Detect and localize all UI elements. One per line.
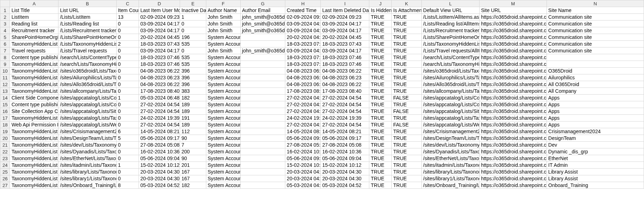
cell[interactable]: 167	[180, 175, 206, 182]
cell[interactable]: TRUE	[392, 169, 421, 175]
cell[interactable]	[240, 54, 285, 61]
cell[interactable]: https://o365droid.sharepoint.com	[480, 74, 547, 81]
cell[interactable]: 24-02-2024 19:39	[321, 115, 369, 121]
cell[interactable]: /sites/allcompany/Lists/TaxonomyHiddenLi…	[58, 88, 116, 95]
cell[interactable]: System Account	[206, 81, 240, 88]
cell[interactable]: 15-02-2024 10:12	[321, 162, 369, 169]
cell[interactable]: Recruitment tracker	[10, 27, 58, 34]
cell[interactable]: TRUE	[392, 54, 421, 61]
cell[interactable]: 04-08-2023 06:22	[285, 81, 321, 88]
cell[interactable]: Is Attachment Enabled	[392, 7, 421, 14]
cell[interactable]: TRUE	[392, 182, 421, 189]
cell[interactable]: 27-02-2024 04:54	[139, 101, 180, 108]
cell[interactable]: /sites/Ailurophilics/Lists/TaxonomyHidde…	[58, 74, 116, 81]
cell[interactable]: /Lists/TaxonomyHiddenList	[58, 41, 116, 47]
cell[interactable]: 2	[116, 41, 139, 47]
cell[interactable]: /sites/Allo365droid/Lists/TaxonomyHidden…	[58, 81, 116, 88]
cell[interactable]: 18-03-2023 07:46	[321, 61, 369, 68]
cell[interactable]: TRUE	[369, 142, 392, 148]
cell[interactable]: 03-09-2024 04:17	[321, 21, 369, 27]
cell[interactable]: 17-08-2023 08:40	[139, 88, 180, 95]
cell[interactable]: https://o365droid.sharepoint.com	[480, 14, 547, 21]
cell[interactable]: 18-03-2023 07:46	[321, 54, 369, 61]
cell[interactable]: 0	[116, 169, 139, 175]
cell[interactable]: Apps	[547, 101, 644, 108]
cell[interactable]: 396	[180, 68, 206, 74]
cell[interactable]: 0	[116, 27, 139, 34]
row-header[interactable]: 4	[0, 27, 10, 34]
cell[interactable]: 27-08-2024 05:08	[139, 142, 180, 148]
cell[interactable]: TaxonomyHiddenList	[10, 169, 58, 175]
cell[interactable]: Author Name	[206, 7, 240, 14]
cell[interactable]: /Lists/SharePointHomeOrgLinks	[421, 34, 479, 41]
cell[interactable]: https://o365droid.sharepoint.com	[480, 142, 547, 148]
cell[interactable]: 20-02-2024 04:45	[321, 34, 369, 41]
cell[interactable]: Default View URL	[421, 7, 479, 14]
cell[interactable]: /search/Lists/TaxonomyHiddenList	[421, 61, 479, 68]
cell[interactable]: System Account	[206, 175, 240, 182]
cell[interactable]: Communication site	[547, 14, 644, 21]
cell[interactable]: https://o365droid.sharepoint.com/search	[480, 61, 547, 68]
row-header[interactable]: 6	[0, 41, 10, 47]
cell[interactable]: 04-08-2023 06:22	[321, 81, 369, 88]
cell[interactable]: Ailurophilics	[547, 74, 644, 81]
cell[interactable]: TRUE	[369, 21, 392, 27]
cell[interactable]: TRUE	[392, 175, 421, 182]
cell[interactable]: Web Api Permission Requests	[10, 121, 58, 128]
cell[interactable]: Author Email	[240, 7, 285, 14]
cell[interactable]: 201	[180, 162, 206, 169]
corner-cell[interactable]	[0, 0, 10, 7]
cell[interactable]: /sites/Dyanadis/Lists/TaxonomyHiddenList	[421, 148, 479, 155]
cell[interactable]: 0	[116, 148, 139, 155]
cell[interactable]: TRUE	[369, 162, 392, 169]
cell[interactable]: /sites/library1/Lists/TaxonomyHiddenList	[421, 175, 479, 182]
cell[interactable]: TRUE	[369, 169, 392, 175]
cell[interactable]: System Account	[206, 155, 240, 162]
cell[interactable]: O365Droid	[547, 68, 644, 74]
cell[interactable]: Content type publishing error log	[10, 101, 58, 108]
cell[interactable]: TaxonomyHiddenList	[10, 41, 58, 47]
cell[interactable]: 16-02-2024 10:36	[285, 148, 321, 155]
cell[interactable]: DesignTeam	[547, 135, 644, 142]
row-header[interactable]: 15	[0, 101, 10, 108]
cell[interactable]: /sites/allcompany/Lists/TaxonomyHiddenLi…	[421, 88, 479, 95]
cell[interactable]: /sites/appcatalog/Lists/TaxonomyHiddenLi…	[421, 115, 479, 121]
row-header[interactable]: 9	[0, 61, 10, 68]
cell[interactable]: 14-05-2024 08:21	[139, 128, 180, 135]
cell[interactable]: 15-02-2024 10:12	[285, 162, 321, 169]
cell[interactable]: TaxonomyHiddenList	[10, 162, 58, 169]
cell[interactable]: 0	[116, 115, 139, 121]
row-header[interactable]: 1	[0, 7, 10, 14]
cell[interactable]: EtherNet	[547, 155, 644, 162]
cell[interactable]: 7	[180, 142, 206, 148]
cell[interactable]: Is Hidden	[369, 7, 392, 14]
cell[interactable]: https://o365droid.sharepoint.com	[480, 27, 547, 34]
cell[interactable]: /sites/library/Lists/TaxonomyHiddenList	[58, 169, 116, 175]
cell[interactable]: TaxonomyHiddenList	[10, 135, 58, 142]
cell[interactable]: 18-03-2023 07:46	[285, 61, 321, 68]
cell[interactable]: https://o365droid.sharepoint.com	[480, 115, 547, 121]
cell[interactable]: 189	[180, 121, 206, 128]
cell[interactable]: System Account	[206, 41, 240, 47]
cell[interactable]	[240, 95, 285, 101]
cell[interactable]: TRUE	[392, 21, 421, 27]
col-header-A[interactable]: A	[10, 0, 58, 7]
row-header[interactable]: 8	[0, 54, 10, 61]
cell[interactable]: TRUE	[392, 135, 421, 142]
cell[interactable]: 27-02-2024 04:54	[139, 108, 180, 115]
cell[interactable]	[240, 88, 285, 95]
cell[interactable]: 1	[116, 162, 139, 169]
row-header[interactable]: 24	[0, 162, 10, 169]
cell[interactable]: System Account	[206, 88, 240, 95]
cell[interactable]: /Lists/Travel requests/AllItems.aspx	[421, 47, 479, 54]
cell[interactable]: https://o365droid.sharepoint.com	[480, 68, 547, 74]
cell[interactable]: TRUE	[369, 148, 392, 155]
cell[interactable]: https://o365droid.sharepoint.com	[480, 128, 547, 135]
cell[interactable]: 03-09-2024 04:17	[139, 27, 180, 34]
cell[interactable]: /sites/appcatalog/Lists/SiteCollectionAp…	[421, 108, 479, 115]
cell[interactable]: john_smith@o365droid.com	[240, 27, 285, 34]
row-header[interactable]: 26	[0, 175, 10, 182]
cell[interactable]: All Company	[547, 88, 644, 95]
cell[interactable]: System Account	[206, 169, 240, 175]
row-header[interactable]: 7	[0, 47, 10, 54]
